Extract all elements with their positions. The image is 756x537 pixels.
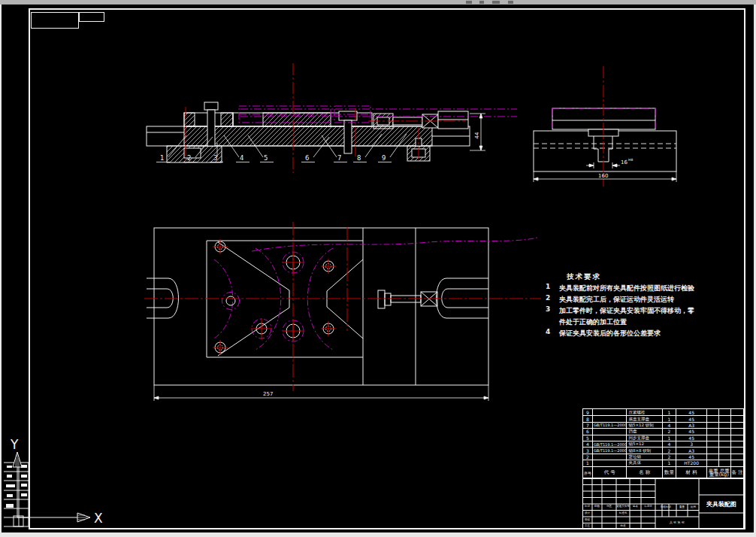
bom-notes — [730, 409, 743, 415]
bom-no: 5 — [583, 435, 592, 441]
bom-qty: 2 — [662, 448, 676, 453]
bom-no: 4 — [583, 441, 592, 447]
table-header-row: 序号代 号名 称数量材 料单重 总重重量(kg)备 注 — [583, 466, 743, 479]
tech-item-number: 2 — [546, 294, 559, 305]
bom-no: 3 — [583, 448, 592, 453]
bom-notes — [730, 423, 743, 428]
bom-code — [592, 416, 627, 421]
bom-name: 底盖支撑盘 — [626, 416, 662, 421]
window-top-edge — [0, 0, 756, 5]
bom-weight — [706, 441, 718, 447]
bom-weight — [706, 460, 718, 466]
bom-qty: 1 — [662, 409, 676, 415]
bom-material: A3 — [676, 423, 707, 428]
bom-header-weight: 单重 总重重量(kg) — [706, 467, 730, 479]
bom-header-code: 代 号 — [592, 467, 627, 479]
bom-weight — [706, 429, 718, 434]
front-section-view: 44 1 2 3 4 5 6 7 8 9 — [143, 59, 522, 179]
bom-header-material: 材 料 — [676, 467, 707, 479]
balloon-5: 5 — [264, 154, 268, 162]
bom-name: 挡盘 — [626, 429, 662, 434]
tech-item: 3 加工零件时，保证夹具安装牢固不得移动，零件处于正确的加工位置 — [546, 305, 699, 326]
bom-material: A3 — [676, 448, 707, 453]
bom-code — [592, 409, 627, 415]
parts-list-table: 9压紧螺栓145 8底盖支撑盘145 7GB/T119.1—2000销5×12 … — [582, 408, 744, 478]
table-row: 4GB/T119.1—2000销5×1243 — [583, 441, 743, 447]
tech-item: 2 夹具装配完工后，保证运动件灵活运转 — [546, 294, 699, 305]
tech-item-text: 夹具装配前对所有夹具配件按照图纸进行检验 — [559, 283, 697, 293]
dim-16: 16 — [621, 159, 627, 165]
bom-material: 45 — [676, 416, 707, 421]
technical-requirements: 技术要求 1 夹具装配前对所有夹具配件按照图纸进行检验 2 夹具装配完工后，保证… — [546, 272, 699, 338]
bom-weight — [706, 423, 718, 428]
bom-weight — [718, 409, 730, 415]
bom-no: 1 — [583, 460, 592, 466]
table-row: 2定位销245 — [583, 454, 743, 460]
title-block: 标记 处数 分区 更改文件号 签名 年月日 设计 标准化 审核 工艺 批准 阶段… — [582, 478, 744, 529]
frame-corner-block — [79, 12, 104, 22]
bom-weight — [718, 429, 730, 434]
tech-requirements-title: 技术要求 — [567, 272, 699, 282]
bom-weight — [718, 416, 730, 421]
dim-44: 44 — [474, 132, 480, 138]
window-bottom-edge — [0, 532, 756, 537]
bom-no: 7 — [583, 423, 592, 428]
dim-160: 160 — [598, 173, 608, 179]
tech-item-number: 3 — [546, 305, 559, 326]
bom-name: 销8×8 铰制 — [626, 448, 662, 453]
bom-weight — [718, 454, 730, 460]
table-row: 8底盖支撑盘145 — [583, 415, 743, 421]
tech-item: 1 夹具装配前对所有夹具配件按照图纸进行检验 — [546, 283, 699, 293]
bom-weight — [718, 448, 730, 453]
bom-header-weight-bottom: 重量(kg) — [709, 473, 729, 477]
bom-no: 6 — [583, 429, 592, 434]
bom-name: 销5×12 铰制 — [626, 423, 662, 428]
revision-label: 更改文件号 — [616, 505, 630, 508]
balloon-2: 2 — [187, 154, 191, 162]
ucs-x-label: X — [94, 511, 103, 526]
bom-material: 45 — [676, 435, 707, 441]
window-left-edge — [0, 5, 2, 532]
plan-view: 257 — [143, 218, 549, 410]
bom-notes — [730, 441, 743, 447]
cad-application-window: 44 1 2 3 4 5 6 7 8 9 — [0, 0, 756, 537]
revision-label: 处数 — [592, 505, 602, 508]
bom-notes — [730, 448, 743, 453]
balloon-8: 8 — [357, 154, 361, 162]
bom-name: 压紧螺栓 — [626, 409, 662, 415]
centerlines — [144, 222, 541, 391]
bom-name: 销5×12 — [626, 441, 662, 447]
bom-weight — [718, 460, 730, 466]
bom-qty: 1 — [662, 460, 676, 466]
bom-qty: 1 — [662, 435, 676, 441]
tech-item: 4 保证夹具安装后的各形位公差要求 — [546, 328, 699, 338]
balloon-7: 7 — [337, 154, 341, 162]
bom-weight — [706, 454, 718, 460]
table-row: 6挡盘245 — [583, 428, 743, 434]
table-row: 3GB/T119.1—2000销8×8 铰制2A3 — [583, 447, 743, 453]
bom-qty: 1 — [662, 416, 676, 421]
bom-weight — [718, 435, 730, 441]
table-row: 7GB/T119.1—2000销5×12 铰制4A3 — [583, 422, 743, 428]
balloon-1: 1 — [160, 154, 164, 162]
toolbar-remnant-icon — [508, 1, 513, 4]
bom-header-qty: 数量 — [662, 467, 676, 479]
bom-qty: 4 — [662, 423, 676, 428]
weight-label: 重量 — [676, 505, 688, 508]
revision-label: 签名 — [630, 505, 641, 508]
bom-notes — [730, 429, 743, 434]
bom-name: 同步支撑盘 — [626, 435, 662, 441]
bom-code: GB/T119.1—2000 — [592, 441, 627, 447]
drawing-title: 夹具装配图 — [699, 495, 744, 513]
tech-item-text: 夹具装配完工后，保证运动件灵活运转 — [559, 294, 697, 305]
balloon-6: 6 — [305, 154, 309, 162]
bom-code: GB/T119.1—2000 — [592, 423, 627, 428]
bom-weight — [718, 441, 730, 447]
bom-name: 夹具体 — [626, 460, 662, 466]
bom-code — [592, 454, 627, 460]
revision-label: 年月日 — [641, 505, 655, 508]
bom-qty: 2 — [662, 454, 676, 460]
dim-16-tolerance: H8 — [628, 158, 633, 162]
sheet-label: 共 张 第 张 — [655, 520, 699, 524]
check-label: 审核 — [582, 518, 592, 521]
